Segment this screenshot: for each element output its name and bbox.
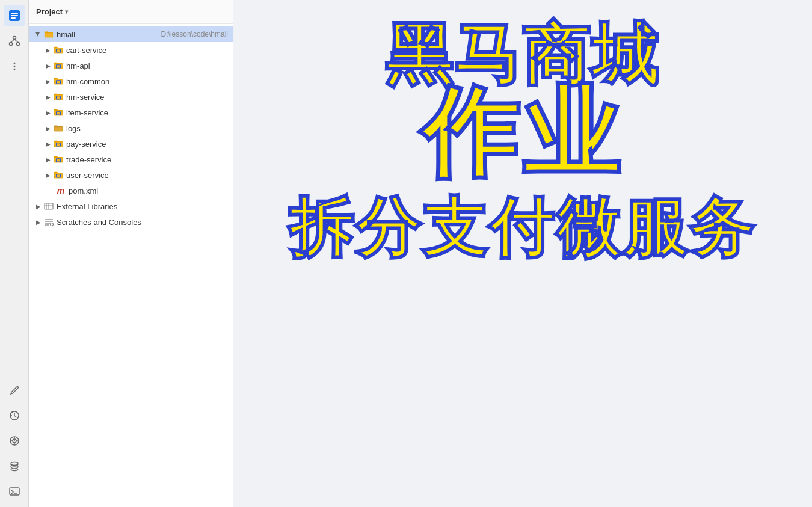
- svg-line-8: [14, 40, 18, 43]
- svg-point-5: [9, 43, 12, 46]
- arrow-icon: ▶: [43, 123, 53, 133]
- svg-line-7: [11, 40, 14, 43]
- main-content: 黑马商城 作业 拆分支付微服务: [233, 0, 812, 507]
- item-label: pay-service: [66, 140, 228, 149]
- panel-title-button[interactable]: Project ▾: [36, 7, 68, 16]
- module-folder-icon: [53, 60, 64, 71]
- root-label: hmall: [57, 30, 159, 39]
- maven-icon: m: [55, 185, 66, 196]
- arrow-icon: ▶: [43, 108, 53, 117]
- project-panel: Project ▾ ▶ hmall D:\lesson\code\hmall ▶: [29, 0, 233, 507]
- item-label: logs: [66, 124, 228, 133]
- module-folder-icon: [53, 45, 64, 55]
- arrow-icon: ▶: [43, 61, 53, 70]
- item-label: pom.xml: [69, 186, 228, 195]
- item-label: user-service: [66, 171, 228, 180]
- tree-item-hm-service[interactable]: ▶ hm-service: [29, 89, 233, 105]
- panel-header: Project ▾: [29, 0, 233, 24]
- arrow-icon: ▶: [34, 201, 43, 211]
- database-icon[interactable]: [4, 455, 25, 477]
- tree-item-user-service[interactable]: ▶ user-service: [29, 167, 233, 183]
- tree-item-hm-api[interactable]: ▶ hm-api: [29, 58, 233, 73]
- svg-rect-31: [45, 203, 53, 209]
- svg-point-20: [11, 462, 18, 466]
- tree-item-logs[interactable]: ▶ logs: [29, 120, 233, 136]
- scratches-icon: [43, 217, 54, 227]
- svg-point-9: [13, 63, 15, 64]
- tree-item-item-service[interactable]: ▶ item-service: [29, 105, 233, 120]
- arrow-icon: ▶: [43, 170, 53, 180]
- arrow-icon: ▶: [34, 29, 43, 39]
- svg-rect-2: [11, 15, 18, 16]
- item-label: trade-service: [66, 155, 228, 164]
- root-path: D:\lesson\code\hmall: [161, 30, 228, 38]
- item-label: hm-api: [66, 61, 228, 70]
- arrow-icon: ▶: [43, 92, 53, 102]
- item-label: item-service: [66, 108, 228, 117]
- svg-point-4: [13, 37, 16, 40]
- overlay-container: 黑马商城 作业 拆分支付微服务: [233, 0, 812, 507]
- arrow-icon: ▶: [43, 45, 53, 55]
- tree-item-root[interactable]: ▶ hmall D:\lesson\code\hmall: [29, 26, 233, 42]
- tree-item-hm-common[interactable]: ▶ hm-common: [29, 73, 233, 89]
- run-deploy-icon[interactable]: [4, 430, 25, 452]
- library-icon: [43, 201, 54, 212]
- structure-icon[interactable]: [4, 30, 25, 52]
- tree-item-trade-service[interactable]: ▶ trade-service: [29, 152, 233, 167]
- tree-item-scratches-consoles[interactable]: ▶ Scratches and Consoles: [29, 214, 233, 230]
- item-label: Scratches and Consoles: [57, 218, 228, 227]
- arrow-icon: ▶: [43, 139, 53, 149]
- tree-item-pay-service[interactable]: ▶ pay-service: [29, 136, 233, 152]
- module-folder-icon: [53, 154, 64, 165]
- file-tree: ▶ hmall D:\lesson\code\hmall ▶ cart-serv…: [29, 24, 233, 507]
- tree-item-cart-service[interactable]: ▶ cart-service: [29, 42, 233, 58]
- item-label: hm-service: [66, 93, 228, 102]
- arrow-icon: ▶: [43, 76, 53, 86]
- files-icon[interactable]: [4, 5, 25, 26]
- history-icon[interactable]: [4, 405, 25, 426]
- svg-point-11: [13, 69, 15, 70]
- root-folder-icon: [43, 29, 54, 40]
- terminal-icon[interactable]: [4, 481, 25, 502]
- svg-line-40: [52, 226, 53, 226]
- arrow-icon: ▶: [34, 217, 43, 227]
- activity-bar: [0, 0, 29, 507]
- item-label: hm-common: [66, 77, 228, 86]
- module-folder-icon: [53, 91, 64, 102]
- tree-item-external-libraries[interactable]: ▶ External Libraries: [29, 198, 233, 214]
- panel-title-label: Project: [36, 7, 63, 16]
- module-folder-icon: [53, 170, 64, 180]
- item-label: External Libraries: [57, 202, 228, 211]
- build-icon[interactable]: [4, 379, 25, 401]
- svg-rect-1: [11, 13, 18, 14]
- module-folder-icon: [53, 76, 64, 87]
- svg-rect-3: [11, 17, 16, 19]
- module-folder-icon: [53, 138, 64, 149]
- arrow-icon: ▶: [43, 155, 53, 164]
- panel-chevron-icon: ▾: [65, 8, 68, 15]
- more-icon[interactable]: [4, 55, 25, 77]
- tree-item-pom-xml[interactable]: ▶ m pom.xml: [29, 183, 233, 198]
- svg-point-15: [14, 440, 15, 441]
- svg-point-6: [16, 43, 19, 46]
- module-folder-icon: [53, 107, 64, 118]
- item-label: cart-service: [66, 46, 228, 55]
- overlay-title-2: 作业: [422, 85, 624, 181]
- overlay-title-3: 拆分支付微服务: [289, 193, 757, 263]
- folder-icon: [53, 123, 64, 134]
- svg-point-10: [13, 66, 15, 67]
